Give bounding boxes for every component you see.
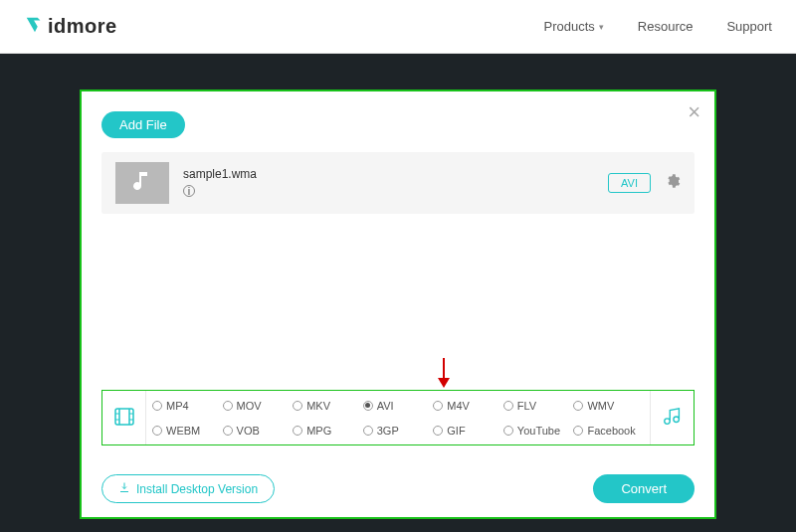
radio-icon — [573, 426, 583, 436]
format-label: MPG — [306, 425, 331, 437]
format-label: AVI — [377, 400, 394, 412]
format-option-flv[interactable]: FLV — [503, 400, 574, 412]
nav-support-label: Support — [726, 19, 772, 34]
convert-label: Convert — [621, 481, 667, 496]
format-option-avi[interactable]: AVI — [363, 400, 434, 412]
radio-icon — [503, 426, 513, 436]
format-option-mov[interactable]: MOV — [223, 400, 294, 412]
annotation-arrow-icon — [436, 358, 452, 392]
nav-products[interactable]: Products ▾ — [544, 19, 604, 34]
radio-icon — [293, 401, 302, 411]
converter-modal: × Add File sample1.wma i AVI MP4MO — [80, 89, 716, 519]
format-option-facebook[interactable]: Facebook — [573, 425, 644, 437]
file-row: sample1.wma i AVI — [101, 152, 695, 214]
gear-icon[interactable] — [665, 173, 681, 193]
radio-icon — [152, 401, 162, 411]
chevron-down-icon: ▾ — [599, 22, 604, 32]
nav-support[interactable]: Support — [726, 19, 772, 34]
radio-icon — [223, 426, 233, 436]
convert-button[interactable]: Convert — [593, 474, 695, 503]
format-label: VOB — [237, 425, 260, 437]
svg-rect-2 — [115, 409, 133, 425]
format-option-m4v[interactable]: M4V — [433, 400, 503, 412]
format-option-3gp[interactable]: 3GP — [363, 425, 434, 437]
format-label: FLV — [517, 400, 536, 412]
radio-icon — [433, 426, 443, 436]
format-panel: MP4MOVMKVAVIM4VFLVWMVWEBMVOBMPG3GPGIFYou… — [101, 390, 695, 445]
top-nav: Products ▾ Resource Support — [544, 19, 773, 34]
format-label: MOV — [237, 400, 262, 412]
logo-text: idmore — [48, 15, 117, 38]
install-desktop-button[interactable]: Install Desktop Version — [101, 474, 275, 503]
svg-marker-1 — [438, 378, 450, 388]
format-option-youtube[interactable]: YouTube — [503, 425, 574, 437]
format-option-vob[interactable]: VOB — [223, 425, 294, 437]
format-label: MP4 — [166, 400, 189, 412]
format-option-wmv[interactable]: WMV — [573, 400, 644, 412]
info-icon[interactable]: i — [183, 185, 195, 197]
audio-tab[interactable] — [650, 391, 694, 444]
close-icon[interactable]: × — [688, 101, 700, 123]
download-icon — [118, 481, 130, 496]
format-label: M4V — [447, 400, 470, 412]
radio-icon — [503, 401, 513, 411]
file-thumbnail — [115, 162, 169, 204]
radio-icon — [573, 401, 583, 411]
radio-icon — [363, 426, 373, 436]
file-name: sample1.wma — [183, 167, 594, 181]
format-label: Facebook — [587, 425, 635, 437]
nav-products-label: Products — [544, 19, 595, 34]
format-option-mp4[interactable]: MP4 — [152, 400, 223, 412]
format-label: MKV — [306, 400, 330, 412]
format-grid: MP4MOVMKVAVIM4VFLVWMVWEBMVOBMPG3GPGIFYou… — [146, 391, 650, 444]
modal-footer: Install Desktop Version Convert — [101, 474, 695, 503]
install-desktop-label: Install Desktop Version — [136, 482, 258, 496]
radio-icon — [223, 401, 233, 411]
format-label: GIF — [447, 425, 465, 437]
file-meta: sample1.wma i — [183, 167, 594, 199]
app-header: idmore Products ▾ Resource Support — [0, 0, 796, 54]
radio-icon — [293, 426, 302, 436]
music-icon — [662, 406, 684, 430]
format-option-mpg[interactable]: MPG — [293, 425, 363, 437]
format-label: 3GP — [377, 425, 399, 437]
format-option-gif[interactable]: GIF — [433, 425, 503, 437]
radio-icon — [152, 426, 162, 436]
radio-icon — [363, 401, 373, 411]
add-file-label: Add File — [119, 117, 167, 132]
format-label: WEBM — [166, 425, 200, 437]
output-format-tag[interactable]: AVI — [608, 173, 651, 193]
add-file-button[interactable]: Add File — [101, 111, 185, 138]
logo[interactable]: idmore — [24, 14, 117, 40]
music-note-icon — [130, 169, 154, 197]
format-label: YouTube — [517, 425, 560, 437]
logo-mark-icon — [24, 14, 46, 40]
format-option-mkv[interactable]: MKV — [293, 400, 363, 412]
format-option-webm[interactable]: WEBM — [152, 425, 223, 437]
nav-resource-label: Resource — [638, 19, 694, 34]
format-label: WMV — [587, 400, 614, 412]
video-tab[interactable] — [102, 391, 146, 444]
film-icon — [112, 405, 136, 431]
nav-resource[interactable]: Resource — [638, 19, 694, 34]
radio-icon — [433, 401, 443, 411]
